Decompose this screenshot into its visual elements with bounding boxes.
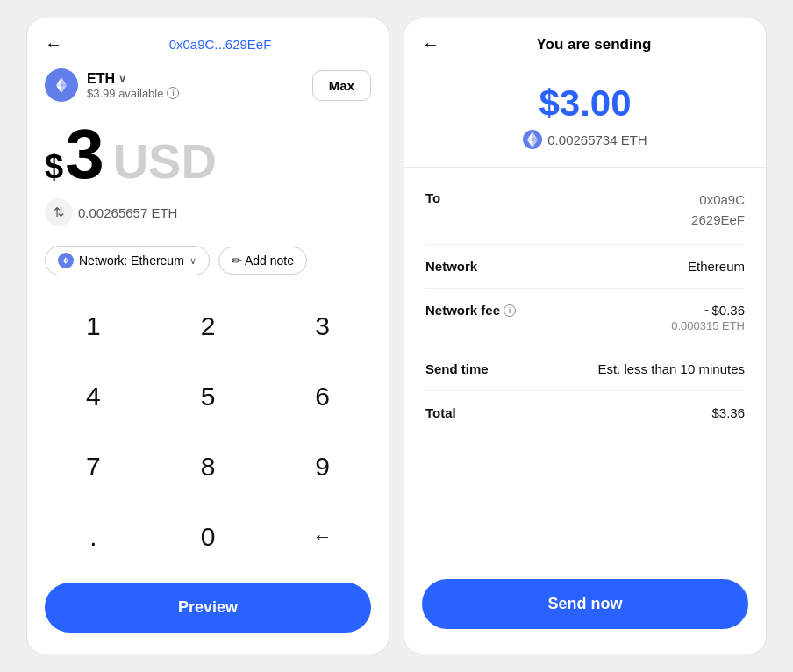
to-label: To xyxy=(425,190,440,205)
network-detail-row: Network Ethereum xyxy=(425,245,745,289)
right-title: You are sending xyxy=(439,36,748,54)
network-detail-value: Ethereum xyxy=(688,259,745,274)
numpad-key-4[interactable]: 4 xyxy=(36,361,151,432)
send-amount-section: $3.00 0.00265734 ETH xyxy=(404,68,766,168)
send-time-label: Send time xyxy=(425,361,489,376)
numpad-key-6[interactable]: 6 xyxy=(265,361,380,432)
numpad-key-5[interactable]: 5 xyxy=(151,361,266,432)
amount-currency: USD xyxy=(113,132,217,189)
token-row: ETH ∨ $3.99 available i Max xyxy=(27,63,389,111)
network-detail-label: Network xyxy=(425,259,477,274)
preview-button[interactable]: Preview xyxy=(45,583,371,633)
numpad-key-9[interactable]: 9 xyxy=(265,432,380,502)
numpad-key-decimal[interactable]: . xyxy=(36,502,151,572)
network-selector-button[interactable]: Network: Ethereum ∨ xyxy=(45,246,210,275)
numpad-row-4: . 0 ← xyxy=(36,502,380,572)
right-panel: ← You are sending $3.00 0.00265734 ETH xyxy=(404,18,767,654)
max-button[interactable]: Max xyxy=(312,70,371,101)
fee-eth-value: 0.000315 ETH xyxy=(671,319,745,332)
numpad-key-3[interactable]: 3 xyxy=(265,291,380,361)
right-header: ← You are sending xyxy=(404,18,766,68)
token-name: ETH ∨ xyxy=(87,71,179,87)
send-now-button[interactable]: Send now xyxy=(422,579,748,629)
numpad-row-3: 7 8 9 xyxy=(36,432,380,502)
to-address: 0x0a9C 2629EeF xyxy=(691,190,745,230)
numpad-backspace-button[interactable]: ← xyxy=(265,502,380,572)
network-label: Network: Ethereum xyxy=(79,254,184,268)
send-usd-amount: $3.00 xyxy=(539,82,631,125)
svg-marker-7 xyxy=(63,257,66,261)
fee-usd-value: ~$0.36 xyxy=(671,303,745,318)
total-row: Total $3.36 xyxy=(425,391,745,434)
total-value: $3.36 xyxy=(711,405,745,420)
fee-value-col: ~$0.36 0.000315 ETH xyxy=(671,303,745,332)
amount-number: 3 xyxy=(65,119,104,189)
numpad-key-8[interactable]: 8 xyxy=(151,432,266,502)
svg-marker-9 xyxy=(63,261,66,265)
network-eth-icon xyxy=(58,253,74,268)
wallet-address[interactable]: 0x0a9C...629EeF xyxy=(69,37,371,52)
svg-marker-12 xyxy=(532,139,538,147)
total-label: Total xyxy=(425,405,456,420)
svg-marker-3 xyxy=(56,85,61,93)
amount-display: $ 3 USD xyxy=(27,111,389,193)
fee-row: Network fee i ~$0.36 0.000315 ETH xyxy=(425,289,745,347)
to-row: To 0x0a9C 2629EeF xyxy=(425,176,745,245)
fee-label: Network fee xyxy=(425,303,500,318)
token-chevron-icon: ∨ xyxy=(118,73,126,85)
token-label: ETH ∨ $3.99 available i xyxy=(87,71,179,100)
svg-marker-13 xyxy=(527,139,532,147)
dollar-sign: $ xyxy=(45,148,63,186)
swap-currency-button[interactable]: ⇅ xyxy=(45,198,73,226)
token-available-balance: $3.99 available i xyxy=(87,87,179,100)
left-panel: ← 0x0a9C...629EeF ETH xyxy=(26,18,389,654)
token-info[interactable]: ETH ∨ $3.99 available i xyxy=(45,68,179,102)
send-time-value: Est. less than 10 minutes xyxy=(597,361,745,376)
send-time-row: Send time Est. less than 10 minutes xyxy=(425,347,745,391)
numpad-key-7[interactable]: 7 xyxy=(36,432,151,502)
to-address-line1: 0x0a9C xyxy=(691,190,745,211)
eth-logo-icon xyxy=(45,68,78,102)
send-eth-row: 0.00265734 ETH xyxy=(523,130,647,149)
numpad-row-2: 4 5 6 xyxy=(36,361,380,432)
to-address-line2: 2629EeF xyxy=(691,211,745,231)
eth-equivalent-row: ⇅ 0.00265657 ETH xyxy=(27,193,389,239)
left-back-button[interactable]: ← xyxy=(45,34,62,54)
svg-marker-2 xyxy=(61,85,67,93)
fee-info-icon[interactable]: i xyxy=(504,304,516,317)
left-header: ← 0x0a9C...629EeF xyxy=(27,18,389,63)
svg-marker-6 xyxy=(66,257,68,261)
network-row: Network: Ethereum ∨ ✏ Add note xyxy=(27,239,389,288)
fee-label-row: Network fee i xyxy=(425,303,516,318)
svg-marker-8 xyxy=(66,261,68,265)
details-section: To 0x0a9C 2629EeF Network Ethereum Netwo… xyxy=(404,168,766,565)
add-note-button[interactable]: ✏ Add note xyxy=(218,247,307,275)
send-eth-amount: 0.00265734 ETH xyxy=(547,132,647,147)
numpad-key-0[interactable]: 0 xyxy=(151,502,266,572)
right-back-button[interactable]: ← xyxy=(422,34,439,54)
info-icon[interactable]: i xyxy=(167,87,179,99)
numpad: 1 2 3 4 5 6 7 8 9 . 0 ← xyxy=(27,288,389,572)
eth-equivalent-value: 0.00265657 ETH xyxy=(78,205,177,220)
numpad-key-2[interactable]: 2 xyxy=(151,291,266,361)
numpad-row-1: 1 2 3 xyxy=(36,291,380,361)
numpad-key-1[interactable]: 1 xyxy=(36,291,151,361)
network-chevron-icon: ∨ xyxy=(189,255,196,267)
eth-send-icon xyxy=(523,130,542,149)
